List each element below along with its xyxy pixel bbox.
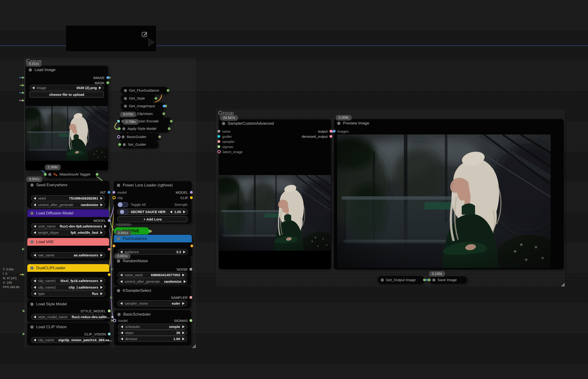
node-graph-canvas[interactable]: Group Group <box>0 0 588 379</box>
output-port-style-model[interactable]: STYLE_MODEL <box>81 308 111 314</box>
output-port-model[interactable]: MODEL <box>176 190 193 195</box>
collapse-dot[interactable] <box>124 97 127 100</box>
output-port-clip[interactable] <box>108 272 111 277</box>
node-apply-style-model[interactable]: Apply Style Model <box>119 125 169 132</box>
node-load-vae[interactable]: Load VAE vae_name ae.safetensors <box>27 238 109 260</box>
collapse-dot[interactable] <box>337 122 340 125</box>
node-get-imageinput[interactable]: Get_ImageInput <box>121 103 165 110</box>
node-load-image[interactable]: Load Image IMAGE MASK image 0028 (2).png… <box>26 66 108 170</box>
node-load-style-model[interactable]: Load Style Model STYLE_MODEL style_model… <box>27 300 109 322</box>
output-port-clip[interactable]: CLIP <box>180 195 193 200</box>
node-get-output-image[interactable]: Get_Output Image <box>378 276 424 284</box>
collapse-dot[interactable] <box>123 143 126 146</box>
node-get-fluxguidance[interactable]: Get_FluxGuidance <box>121 87 168 94</box>
collapse-dot[interactable] <box>117 259 120 263</box>
collapse-dot[interactable] <box>117 313 121 316</box>
clip-name1-widget[interactable]: clip_name1 t5xxl_fp16.safetensors <box>31 278 105 284</box>
noise-seed-widget[interactable]: noise_seed 698663414577053 <box>118 272 187 278</box>
node-miaoshou-tagger[interactable]: MiaoshouAI Tagger <box>45 171 97 178</box>
collapse-dot[interactable] <box>30 240 34 244</box>
input-port-latent-image[interactable]: latent_image <box>218 149 243 154</box>
collapse-dot[interactable] <box>30 183 34 187</box>
output-port-noise[interactable]: NOISE <box>177 267 192 272</box>
next-arrow[interactable] <box>99 86 101 89</box>
output-port-vae[interactable] <box>108 247 111 252</box>
node-basicscheduler[interactable]: BasicScheduler model SIGMAS scheduler si… <box>114 311 191 345</box>
node-power-lora-loader[interactable]: Power Lora Loader (rgthree) model clip M… <box>114 181 191 223</box>
output-port-sampler[interactable]: SAMPLER <box>171 295 192 300</box>
node-seed-everywhere[interactable]: Seed Everywhere INT seed 751086426282061… <box>27 181 109 207</box>
collapse-dot[interactable] <box>124 89 127 92</box>
collapse-dot[interactable] <box>30 267 34 270</box>
node-save-image[interactable]: Save Image <box>429 276 467 284</box>
prev-arrow[interactable] <box>32 86 34 89</box>
seed-widget[interactable]: seed 751086426282061 <box>31 195 105 201</box>
collapse-dot[interactable] <box>29 68 32 72</box>
input-port-sampler[interactable]: sampler <box>218 139 235 144</box>
choose-file-button[interactable]: choose file to upload <box>30 92 104 97</box>
node-basicguider[interactable]: BasicGuider <box>118 133 160 140</box>
node-randomnoise[interactable]: RandomNoise NOISE noise_seed 69866341457… <box>114 257 191 285</box>
node-ksamplerselect[interactable]: KSamplerSelect SAMPLER sampler_name eule… <box>114 287 191 308</box>
collapse-dot[interactable] <box>117 184 120 187</box>
lora-row[interactable]: SECRET SAUCE HERO V2.saf... 1.00 <box>117 209 188 215</box>
node-samplercustomadvanced[interactable]: SamplerCustomAdvanced noise guider sampl… <box>219 120 331 269</box>
collapse-dot[interactable] <box>30 302 34 306</box>
weight-dtype-widget[interactable]: weight_dtype fp8_e4m3fn_fast <box>31 230 105 236</box>
collapse-dot[interactable] <box>222 122 225 125</box>
collapse-dot[interactable] <box>122 135 125 139</box>
output-port-clip-vision[interactable]: CLIP_VISION <box>84 332 111 337</box>
unet-name-widget[interactable]: unet_name flux1-dev-fp8.safetensors <box>31 223 105 229</box>
output-port-mask[interactable]: MASK <box>95 80 109 85</box>
scheduler-widget[interactable]: scheduler simple <box>118 324 187 330</box>
image-widget[interactable]: image 0028 (2).png <box>30 85 104 91</box>
collapse-dot[interactable] <box>48 173 51 176</box>
collapse-dot[interactable] <box>117 289 120 292</box>
node-get-style[interactable]: Get_Style <box>121 95 156 102</box>
input-port-model[interactable]: model <box>113 190 127 195</box>
edit-icon[interactable] <box>141 31 148 38</box>
collapse-dot[interactable] <box>124 105 127 108</box>
toggle-all-switch[interactable] <box>118 202 128 207</box>
node-set-guider[interactable]: Set_Guider <box>120 141 158 148</box>
output-port-image[interactable]: IMAGE <box>93 75 109 80</box>
steps-widget[interactable]: steps 35 <box>118 330 187 336</box>
input-port-guider[interactable]: guider <box>218 134 232 139</box>
clip-name-widget[interactable]: clip_name sigclip_vision_patch14_384.sa.… <box>31 337 105 343</box>
denoise-widget[interactable]: denoise 1.00 <box>118 336 187 342</box>
collapse-dot[interactable] <box>30 325 34 329</box>
vae-name-widget[interactable]: vae_name ae.safetensors <box>31 252 105 258</box>
group-resize-handle[interactable] <box>192 344 196 348</box>
input-port-noise[interactable]: noise <box>218 129 231 134</box>
control-after-generate-widget[interactable]: control_after_generate randomize <box>118 279 187 284</box>
strength-increment[interactable] <box>183 210 185 213</box>
collapse-dot[interactable] <box>30 212 34 215</box>
output-port-output[interactable]: output <box>318 129 332 134</box>
control-after-generate-widget[interactable]: control_after_generate randomize <box>31 202 105 208</box>
add-lora-button[interactable]: + Add Lora <box>118 216 188 222</box>
node-dualcliploader[interactable]: DualCLIPLoader clip_name1 t5xxl_fp16.saf… <box>27 264 109 299</box>
collapse-dot[interactable] <box>432 279 436 282</box>
output-port-model[interactable]: MODEL <box>94 218 111 223</box>
collapse-dot[interactable] <box>117 237 120 240</box>
lora-toggle[interactable] <box>120 209 129 214</box>
input-port-conditioning[interactable] <box>113 243 115 249</box>
output-port-int[interactable]: INT <box>100 190 110 195</box>
output-port-conditioning[interactable] <box>190 243 193 249</box>
output-port-denoised-output[interactable]: denoised_output <box>302 134 332 139</box>
clip-name2-widget[interactable]: clip_name2 clip_l.safetensors <box>31 284 105 290</box>
input-port-sigmas[interactable]: sigmas <box>218 144 233 149</box>
input-port-images[interactable]: images <box>333 129 349 134</box>
type-widget[interactable]: type flux <box>31 291 105 297</box>
input-port-model[interactable]: model <box>113 318 128 323</box>
note-node[interactable] <box>66 26 156 51</box>
node-load-clip-vision[interactable]: Load CLIP Vision CLIP_VISION clip_name s… <box>27 323 109 345</box>
strength-decrement[interactable] <box>170 210 172 213</box>
style-model-name-widget[interactable]: style_model_name flux1-redux-dev.safet..… <box>31 314 105 320</box>
group-resize-handle[interactable] <box>561 283 565 286</box>
node-load-diffusion-model[interactable]: Load Diffusion Model MODEL unet_name flu… <box>27 209 109 237</box>
input-port-clip[interactable]: clip <box>113 195 123 200</box>
node-preview-image[interactable]: Preview Image images <box>334 119 564 269</box>
output-port-sigmas[interactable]: SIGMAS <box>174 318 192 323</box>
sampler-name-widget[interactable]: sampler_name euler <box>118 300 187 306</box>
